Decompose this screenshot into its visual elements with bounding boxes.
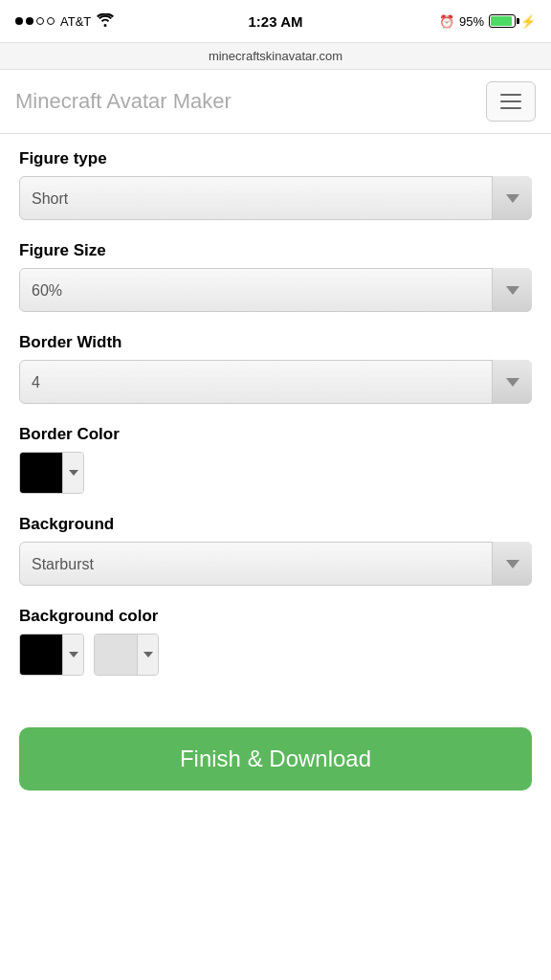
hamburger-line-1 (500, 94, 521, 96)
border-width-select-wrapper: 4 (19, 360, 532, 404)
signal-dot-1 (15, 17, 23, 25)
border-width-group: Border Width 4 (19, 333, 532, 404)
border-color-label: Border Color (19, 425, 532, 444)
signal-dot-2 (26, 17, 33, 25)
background-color-arrow-1 (62, 634, 83, 676)
wifi-icon (97, 13, 114, 30)
content-area: Figure type Short Figure Size 60% Border… (0, 134, 551, 712)
charging-icon: ⚡ (520, 14, 536, 29)
background-label: Background (19, 515, 532, 534)
background-group: Background Starburst (19, 515, 532, 586)
page-title: Minecraft Avatar Maker (15, 89, 231, 114)
figure-type-label: Figure type (19, 149, 532, 168)
nav-bar: Minecraft Avatar Maker (0, 70, 551, 134)
battery-icon (489, 14, 516, 28)
background-color-group: Background color (19, 607, 532, 676)
border-width-select[interactable]: 4 (19, 360, 532, 404)
url-text: minecraftskinavatar.com (209, 49, 342, 63)
background-color-arrow-2 (137, 634, 158, 676)
status-time: 1:23 AM (249, 13, 303, 30)
border-color-group: Border Color (19, 425, 532, 494)
background-select[interactable]: Starburst (19, 542, 532, 586)
alarm-icon: ⏰ (439, 14, 454, 29)
figure-size-group: Figure Size 60% (19, 241, 532, 312)
menu-button[interactable] (486, 81, 536, 122)
background-color-button-1[interactable] (19, 634, 84, 676)
border-color-arrow (62, 452, 83, 494)
signal-icon (15, 17, 55, 25)
carrier-label: AT&T (60, 14, 91, 29)
chevron-down-icon (143, 652, 153, 657)
border-color-swatch (20, 452, 62, 494)
hamburger-line-2 (500, 100, 521, 102)
border-color-picker-row (19, 452, 532, 494)
background-color-button-2[interactable] (94, 634, 159, 676)
finish-button-wrapper: Finish & Download (0, 712, 551, 819)
url-bar[interactable]: minecraftskinavatar.com (0, 42, 551, 70)
figure-size-select-wrapper: 60% (19, 268, 532, 312)
signal-dot-4 (47, 17, 55, 25)
battery-percent: 95% (459, 14, 484, 29)
figure-type-select-wrapper: Short (19, 176, 532, 220)
status-left: AT&T (15, 13, 114, 30)
border-width-label: Border Width (19, 333, 532, 352)
figure-type-select[interactable]: Short (19, 176, 532, 220)
signal-dot-3 (36, 17, 44, 25)
background-color-swatch-2 (95, 634, 137, 676)
background-color-label: Background color (19, 607, 532, 626)
finish-download-button[interactable]: Finish & Download (19, 727, 532, 791)
hamburger-line-3 (500, 107, 521, 109)
chevron-down-icon (69, 470, 78, 476)
figure-size-select[interactable]: 60% (19, 268, 532, 312)
background-color-swatch-1 (20, 634, 62, 676)
background-select-wrapper: Starburst (19, 542, 532, 586)
background-color-picker-row (19, 634, 532, 676)
border-color-button[interactable] (19, 452, 84, 494)
figure-type-group: Figure type Short (19, 149, 532, 220)
chevron-down-icon (69, 652, 78, 657)
status-bar: AT&T 1:23 AM ⏰ 95% ⚡ (0, 0, 551, 42)
figure-size-label: Figure Size (19, 241, 532, 260)
status-right: ⏰ 95% ⚡ (439, 14, 536, 29)
